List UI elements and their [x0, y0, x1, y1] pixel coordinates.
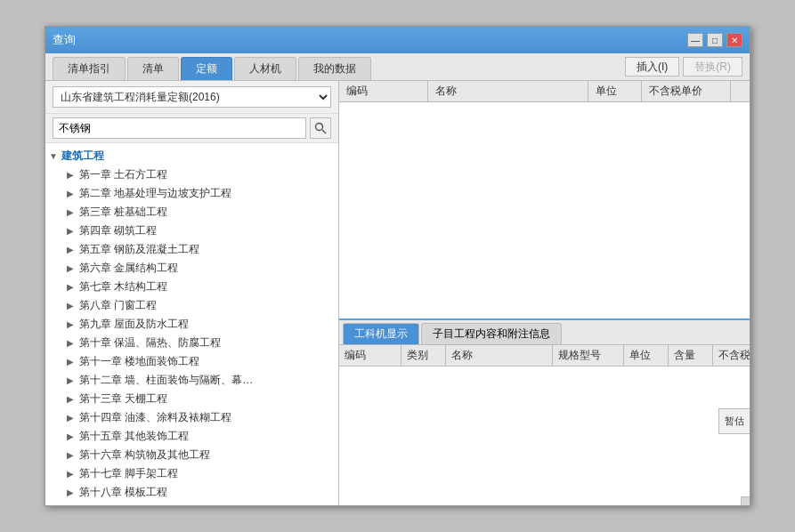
- svg-line-1: [322, 130, 326, 133]
- right-bottom-panel: 工科机显示 子目工程内容和附注信息 编码 类别 名称 规格型号 单位 含量 不含…: [339, 318, 750, 505]
- insert-button[interactable]: 插入(I): [625, 57, 679, 77]
- tab-rencaiji[interactable]: 人材机: [234, 57, 296, 80]
- tree-expand-13: ▶: [67, 394, 77, 404]
- tree-item-label-1: 第一章 土石方工程: [79, 167, 167, 182]
- tree-expand-14: ▶: [67, 413, 77, 423]
- tree-item-label-17: 第十七章 脚手架工程: [79, 466, 178, 481]
- tree-item-19[interactable]: ▶ 第十九章 垂直运输工程: [45, 502, 338, 505]
- tree-item-label-8: 第八章 门窗工程: [79, 298, 157, 313]
- main-window: 查询 — □ ✕ 清单指引 清单 定额 人材机 我的数据 插入(I) 替换(R)…: [45, 26, 750, 506]
- tree-item-label-10: 第十章 保温、隔热、防腐工程: [79, 335, 221, 351]
- tree-item-5[interactable]: ▶ 第五章 钢筋及混凝土工程: [45, 240, 338, 259]
- tree-expand-17: ▶: [67, 469, 77, 479]
- search-icon: [314, 122, 327, 134]
- tree-item-3[interactable]: ▶ 第三章 桩基础工程: [45, 203, 338, 222]
- bth-hangliang: 含量: [669, 345, 713, 366]
- close-button[interactable]: ✕: [726, 33, 742, 47]
- top-table-body[interactable]: [339, 102, 750, 318]
- tree-item-15[interactable]: ▶ 第十五章 其他装饰工程: [45, 427, 338, 446]
- tree-area[interactable]: ▼ 建筑工程 ▶ 第一章 土石方工程 ▶ 第二章 地基处理与边坡支护工程 ▶ 第…: [45, 143, 338, 505]
- zanggu-label[interactable]: 暂估: [718, 408, 750, 434]
- tree-expand-2: ▶: [67, 189, 77, 198]
- scrollbar-corner: [741, 496, 750, 505]
- bth-mingcheng: 名称: [446, 345, 553, 366]
- search-row: [45, 114, 338, 143]
- tree-expand-4: ▶: [67, 226, 77, 236]
- top-table-header: 编码 名称 单位 不含税单价: [339, 81, 750, 102]
- tree-item-4[interactable]: ▶ 第四章 砌筑工程: [45, 222, 338, 240]
- tree-expand-12: ▶: [67, 375, 77, 385]
- tree-root-label: 建筑工程: [61, 149, 104, 164]
- replace-button[interactable]: 替换(R): [683, 57, 742, 77]
- bottom-table: 编码 类别 名称 规格型号 单位 含量 不含税单价: [339, 345, 750, 505]
- th-bianma: 编码: [339, 81, 428, 101]
- tree-item-label-15: 第十五章 其他装饰工程: [79, 429, 189, 444]
- tab-qingdan[interactable]: 清单: [127, 57, 179, 80]
- bth-bianma: 编码: [339, 345, 402, 366]
- tree-item-label-4: 第四章 砌筑工程: [79, 223, 157, 238]
- th-mingcheng: 名称: [428, 81, 588, 101]
- bottom-tab-zimugongcheng[interactable]: 子目工程内容和附注信息: [421, 323, 562, 344]
- minimize-button[interactable]: —: [687, 33, 703, 47]
- tree-item-17[interactable]: ▶ 第十七章 脚手架工程: [45, 464, 338, 483]
- quota-dropdown[interactable]: 山东省建筑工程消耗量定额(2016): [53, 86, 331, 108]
- tree-item-6[interactable]: ▶ 第六章 金属结构工程: [45, 259, 338, 278]
- tab-dinge[interactable]: 定额: [181, 57, 232, 80]
- tree-expand-8: ▶: [67, 301, 77, 310]
- right-panel: 标准换 名称 暂估 编码 名称 单位 不含税单价: [339, 81, 750, 505]
- tab-bar: 清单指引 清单 定额 人材机 我的数据 插入(I) 替换(R): [45, 53, 750, 81]
- bottom-tab-bar: 工科机显示 子目工程内容和附注信息: [339, 320, 750, 345]
- tree-expand-10: ▶: [67, 338, 77, 348]
- tree-item-label-5: 第五章 钢筋及混凝土工程: [79, 242, 199, 257]
- tree-expand-5: ▶: [67, 245, 77, 254]
- dropdown-row: 山东省建筑工程消耗量定额(2016): [45, 81, 338, 114]
- tree-item-label-2: 第二章 地基处理与边坡支护工程: [79, 186, 231, 201]
- tree-expand-16: ▶: [67, 450, 77, 460]
- tree-item-7[interactable]: ▶ 第七章 木结构工程: [45, 278, 338, 296]
- bth-danjia: 不含税单价: [713, 345, 750, 366]
- tree-item-13[interactable]: ▶ 第十三章 天棚工程: [45, 390, 338, 408]
- tab-wode-shuju[interactable]: 我的数据: [298, 57, 371, 80]
- right-top-table: 编码 名称 单位 不含税单价: [339, 81, 750, 318]
- tree-item-label-16: 第十六章 构筑物及其他工程: [79, 447, 210, 463]
- left-panel: 山东省建筑工程消耗量定额(2016) ▼ 建筑工程 ▶: [45, 81, 339, 505]
- tree-expand-1: ▶: [67, 170, 77, 180]
- window-title: 查询: [53, 32, 76, 48]
- tree-expand-6: ▶: [67, 263, 77, 273]
- tree-item-label-18: 第十八章 模板工程: [79, 485, 167, 500]
- bth-leibie: 类别: [402, 345, 446, 366]
- search-icon-button[interactable]: [310, 117, 331, 139]
- tree-item-10[interactable]: ▶ 第十章 保温、隔热、防腐工程: [45, 334, 338, 352]
- tree-item-1[interactable]: ▶ 第一章 土石方工程: [45, 165, 338, 184]
- maximize-button[interactable]: □: [707, 33, 723, 47]
- tree-item-8[interactable]: ▶ 第八章 门窗工程: [45, 296, 338, 315]
- th-danwei: 单位: [588, 81, 642, 101]
- tree-item-label-3: 第三章 桩基础工程: [79, 205, 167, 220]
- tree-item-9[interactable]: ▶ 第九章 屋面及防水工程: [45, 315, 338, 334]
- tree-expand-9: ▶: [67, 319, 77, 329]
- tree-item-12[interactable]: ▶ 第十二章 墙、柱面装饰与隔断、幕…: [45, 371, 338, 390]
- bottom-tab-gongkeji[interactable]: 工科机显示: [343, 323, 419, 344]
- svg-point-0: [316, 124, 323, 131]
- empty-state: [339, 102, 750, 318]
- tree-item-11[interactable]: ▶ 第十一章 楼地面装饰工程: [45, 352, 338, 371]
- tree-expand-18: ▶: [67, 488, 77, 497]
- tree-item-14[interactable]: ▶ 第十四章 油漆、涂料及裱糊工程: [45, 408, 338, 427]
- tree-item-label-6: 第六章 金属结构工程: [79, 261, 178, 276]
- content-area: 山东省建筑工程消耗量定额(2016) ▼ 建筑工程 ▶: [45, 81, 750, 505]
- tree-item-2[interactable]: ▶ 第二章 地基处理与边坡支护工程: [45, 184, 338, 203]
- tab-qingdan-zhiyin[interactable]: 清单指引: [53, 57, 126, 80]
- title-bar-buttons: — □ ✕: [687, 33, 742, 47]
- bth-guige: 规格型号: [553, 345, 624, 366]
- tree-item-label-11: 第十一章 楼地面装饰工程: [79, 354, 199, 369]
- tree-item-18[interactable]: ▶ 第十八章 模板工程: [45, 483, 338, 502]
- tree-root-jianzhu[interactable]: ▼ 建筑工程: [45, 147, 338, 165]
- tree-expand-7: ▶: [67, 282, 77, 292]
- title-bar: 查询 — □ ✕: [45, 27, 750, 53]
- th-danjia: 不含税单价: [642, 81, 731, 101]
- tree-item-label-13: 第十三章 天棚工程: [79, 391, 167, 407]
- tree-item-label-12: 第十二章 墙、柱面装饰与隔断、幕…: [79, 373, 253, 388]
- bottom-table-body[interactable]: [339, 367, 750, 505]
- tree-item-16[interactable]: ▶ 第十六章 构筑物及其他工程: [45, 446, 338, 464]
- search-input[interactable]: [53, 117, 306, 139]
